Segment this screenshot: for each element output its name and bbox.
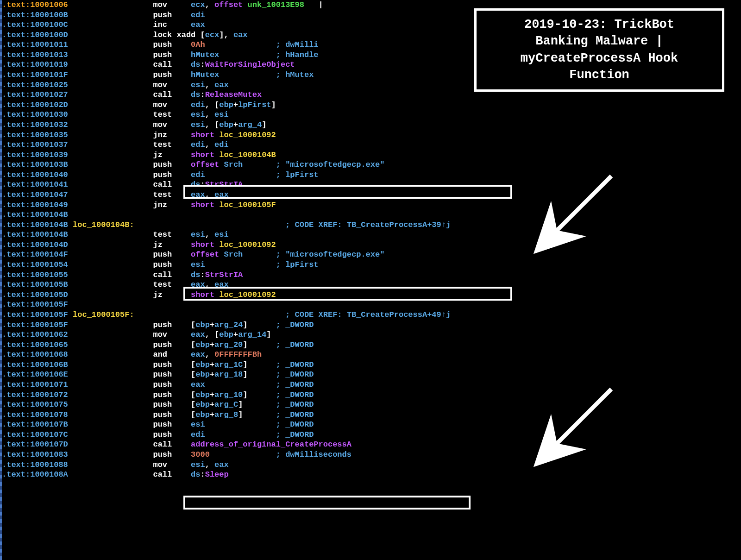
asm-line: .text:1000106E push [ebp+arg_18] ; _DWOR… — [2, 370, 741, 380]
asm-line: .text:10001037 test edi, edi — [2, 140, 741, 150]
asm-line: .text:10001068 and eax, 0FFFFFFFBh — [2, 350, 741, 360]
annotation-line: 2019-10-23: TrickBot — [489, 16, 710, 33]
asm-line: .text:1000105B test eax, eax — [2, 280, 741, 290]
asm-line: .text:1000107D call address_of_original_… — [2, 440, 741, 450]
annotation-line: myCreateProcessA Hook — [489, 50, 710, 67]
asm-line: .text:1000107B push esi ; _DWORD — [2, 420, 741, 430]
asm-line: .text:1000104B test esi, esi — [2, 230, 741, 240]
annotation-callout: 2019-10-23: TrickBot Banking Malware | m… — [474, 8, 724, 92]
asm-line: .text:10001041 call ds:StrStrIA — [2, 180, 741, 190]
asm-line: .text:10001071 push eax ; _DWORD — [2, 380, 741, 390]
highlight-box — [183, 496, 471, 510]
asm-line: .text:10001065 push [ebp+arg_20] ; _DWOR… — [2, 340, 741, 350]
asm-line: .text:1000105F loc_1000105F: ; CODE XREF… — [2, 310, 741, 320]
asm-line: .text:1000103B push offset Srch ; "micro… — [2, 160, 741, 170]
asm-line: .text:1000105F — [2, 300, 741, 310]
asm-line: .text:1000107C push edi ; _DWORD — [2, 430, 741, 440]
asm-line: .text:1000108A call ds:Sleep — [2, 470, 741, 480]
asm-line: .text:10001035 jnz short loc_10001092 — [2, 130, 741, 140]
asm-line: .text:10001054 push esi ; lpFirst — [2, 260, 741, 270]
asm-line: .text:10001039 jz short loc_1000104B — [2, 150, 741, 160]
asm-line: .text:10001062 mov eax, [ebp+arg_14] — [2, 330, 741, 340]
asm-line: .text:10001083 push 3000 ; dwMillisecond… — [2, 450, 741, 460]
asm-line: .text:1000105D jz short loc_10001092 — [2, 290, 741, 300]
asm-line: .text:1000106B push [ebp+arg_1C] ; _DWOR… — [2, 360, 741, 370]
asm-line: .text:1000105F push [ebp+arg_24] ; _DWOR… — [2, 320, 741, 330]
asm-line: .text:10001040 push edi ; lpFirst — [2, 170, 741, 180]
annotation-line: Banking Malware | — [489, 33, 710, 50]
asm-line: .text:10001055 call ds:StrStrIA — [2, 270, 741, 280]
asm-line: .text:10001030 test esi, esi — [2, 110, 741, 120]
scroll-margin — [0, 0, 2, 560]
asm-line: .text:10001078 push [ebp+arg_8] ; _DWORD — [2, 410, 741, 420]
asm-line: .text:1000102D mov edi, [ebp+lpFirst] — [2, 100, 741, 110]
asm-line: .text:10001047 test eax, eax — [2, 190, 741, 200]
asm-line: .text:1000104F push offset Srch ; "micro… — [2, 250, 741, 260]
asm-line: .text:10001032 mov esi, [ebp+arg_4] — [2, 120, 741, 130]
annotation-line: Function — [489, 67, 710, 83]
asm-line: .text:10001049 jnz short loc_1000105F — [2, 200, 741, 210]
asm-line: .text:1000104D jz short loc_10001092 — [2, 240, 741, 250]
asm-line: .text:1000104B — [2, 210, 741, 220]
asm-line: .text:10001075 push [ebp+arg_C] ; _DWORD — [2, 400, 741, 410]
asm-line: .text:1000104B loc_1000104B: ; CODE XREF… — [2, 220, 741, 230]
asm-line: .text:10001072 push [ebp+arg_10] ; _DWOR… — [2, 390, 741, 400]
asm-line: .text:10001088 mov esi, eax — [2, 460, 741, 470]
